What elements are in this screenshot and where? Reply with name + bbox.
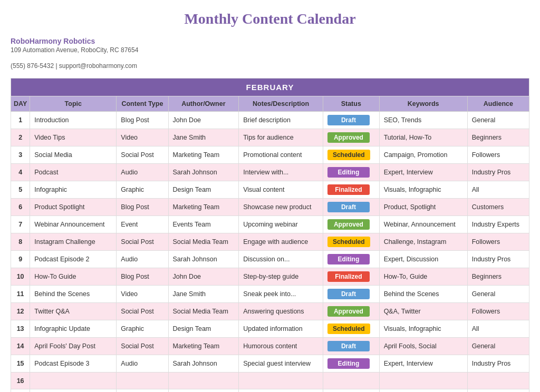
- audience-cell: Followers: [467, 303, 529, 320]
- company-header: RoboHarmony Robotics 109 Automation Aven…: [11, 37, 529, 70]
- author-cell: Social Media Team: [168, 233, 239, 251]
- day-cell: 6: [11, 199, 30, 216]
- status-badge: Editing: [327, 254, 370, 264]
- author-cell: Design Team: [168, 181, 239, 199]
- day-cell: 15: [11, 355, 30, 373]
- empty-cell: [323, 373, 379, 389]
- author-cell: John Doe: [168, 268, 239, 286]
- empty-row: 16: [11, 373, 529, 389]
- table-row: 1IntroductionBlog PostJohn DoeBrief desc…: [11, 112, 529, 129]
- day-cell: 13: [11, 320, 30, 338]
- topic-cell: April Fools' Day Post: [30, 338, 117, 355]
- topic-cell: Podcast: [30, 164, 117, 181]
- status-badge: Editing: [327, 358, 370, 369]
- empty-cell: [323, 389, 379, 393]
- topic-cell: Twitter Q&A: [30, 303, 117, 320]
- day-cell: 14: [11, 338, 30, 355]
- column-headers-row: DAYTopicContent TypeAuthor/OwnerNotes/De…: [11, 96, 529, 112]
- topic-cell: Social Media: [30, 146, 117, 164]
- status-badge: Finalized: [327, 184, 370, 195]
- audience-cell: All: [467, 181, 529, 199]
- author-cell: Sarah Johnson: [168, 164, 239, 181]
- content-type-cell: Social Post: [117, 146, 168, 164]
- month-header: FEBRUARY: [11, 79, 529, 96]
- content-type-cell: Audio: [117, 251, 168, 268]
- content-type-cell: Social Post: [117, 303, 168, 320]
- content-type-cell: Audio: [117, 164, 168, 181]
- col-header-keywords: Keywords: [379, 96, 467, 112]
- table-row: 10How-To GuideBlog PostJohn DoeStep-by-s…: [11, 268, 529, 286]
- status-badge: Finalized: [327, 271, 370, 282]
- day-cell: 9: [11, 251, 30, 268]
- status-badge: Editing: [327, 167, 370, 178]
- keywords-cell: How-To, Guide: [379, 268, 467, 286]
- notes-cell: Interview with...: [239, 164, 323, 181]
- table-body: 1IntroductionBlog PostJohn DoeBrief desc…: [11, 112, 529, 393]
- table-row: 8Instagram ChallengeSocial PostSocial Me…: [11, 233, 529, 251]
- empty-cell: [30, 373, 117, 389]
- day-cell: 12: [11, 303, 30, 320]
- content-type-cell: Social Post: [117, 233, 168, 251]
- table-row: 2Video TipsVideoJane SmithTips for audie…: [11, 129, 529, 146]
- status-badge: Draft: [327, 289, 370, 299]
- status-cell: Draft: [323, 338, 379, 355]
- status-cell: Approved: [323, 129, 379, 146]
- author-cell: Design Team: [168, 320, 239, 338]
- day-cell: 1: [11, 112, 30, 129]
- col-header-author-owner: Author/Owner: [168, 96, 239, 112]
- topic-cell: Infographic Update: [30, 320, 117, 338]
- col-header-notes-description: Notes/Description: [239, 96, 323, 112]
- table-row: 11Behind the ScenesVideoJane SmithSneak …: [11, 286, 529, 303]
- status-cell: Scheduled: [323, 233, 379, 251]
- keywords-cell: Challenge, Instagram: [379, 233, 467, 251]
- author-cell: John Doe: [168, 112, 239, 129]
- audience-cell: Industry Pros: [467, 164, 529, 181]
- notes-cell: Updated information: [239, 320, 323, 338]
- topic-cell: Introduction: [30, 112, 117, 129]
- day-cell: 11: [11, 286, 30, 303]
- topic-cell: Infographic: [30, 181, 117, 199]
- topic-cell: Product Spotlight: [30, 199, 117, 216]
- status-cell: Draft: [323, 112, 379, 129]
- status-cell: Scheduled: [323, 146, 379, 164]
- audience-cell: Industry Pros: [467, 251, 529, 268]
- notes-cell: Brief description: [239, 112, 323, 129]
- empty-cell: [168, 389, 239, 393]
- page-container: Monthly Content Calendar RoboHarmony Rob…: [0, 0, 540, 392]
- company-contact: (555) 876-5432 | support@roboharmony.com: [11, 62, 529, 70]
- col-header-audience: Audience: [467, 96, 529, 112]
- status-cell: Editing: [323, 251, 379, 268]
- empty-cell: [379, 389, 467, 393]
- keywords-cell: Expert, Discussion: [379, 251, 467, 268]
- status-cell: Approved: [323, 216, 379, 233]
- empty-cell: [30, 389, 117, 393]
- table-row: 5InfographicGraphicDesign TeamVisual con…: [11, 181, 529, 199]
- audience-cell: Followers: [467, 146, 529, 164]
- status-badge: Draft: [327, 202, 370, 212]
- content-type-cell: Graphic: [117, 320, 168, 338]
- content-calendar-table: FEBRUARY DAYTopicContent TypeAuthor/Owne…: [11, 78, 529, 392]
- content-type-cell: Blog Post: [117, 268, 168, 286]
- topic-cell: Instagram Challenge: [30, 233, 117, 251]
- notes-cell: Special guest interview: [239, 355, 323, 373]
- empty-cell: [467, 373, 529, 389]
- audience-cell: Followers: [467, 233, 529, 251]
- keywords-cell: Visuals, Infographic: [379, 320, 467, 338]
- audience-cell: General: [467, 112, 529, 129]
- empty-cell: [239, 373, 323, 389]
- status-badge: Scheduled: [327, 237, 370, 247]
- page-title: Monthly Content Calendar: [11, 11, 529, 27]
- audience-cell: Industry Experts: [467, 216, 529, 233]
- keywords-cell: Expert, Interview: [379, 355, 467, 373]
- keywords-cell: Expert, Interview: [379, 164, 467, 181]
- notes-cell: Engage with audience: [239, 233, 323, 251]
- audience-cell: Industry Pros: [467, 355, 529, 373]
- keywords-cell: Tutorial, How-To: [379, 129, 467, 146]
- status-badge: Approved: [327, 219, 370, 230]
- empty-cell: [117, 373, 168, 389]
- empty-cell: [239, 389, 323, 393]
- notes-cell: Sneak peek into...: [239, 286, 323, 303]
- status-badge: Scheduled: [327, 150, 370, 160]
- notes-cell: Step-by-step guide: [239, 268, 323, 286]
- notes-cell: Upcoming webinar: [239, 216, 323, 233]
